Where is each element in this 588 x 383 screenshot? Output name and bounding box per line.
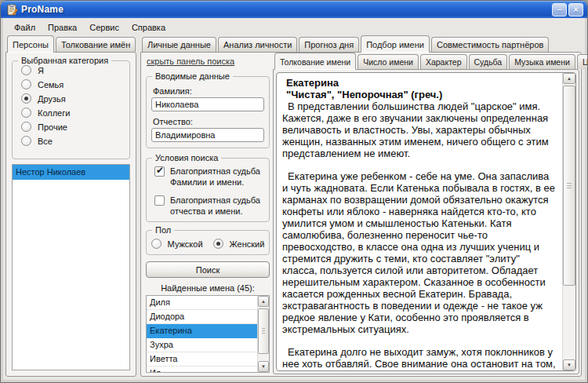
interpretation-paragraph: Екатерина уже ребенком - себе на уме. Он…	[282, 170, 556, 335]
gender-radio-label: Женский	[230, 239, 265, 249]
category-group-title: Выбранная категория	[18, 56, 111, 65]
main-tab[interactable]: Подбор имени	[361, 35, 430, 53]
result-name-item[interactable]: Диодора	[147, 310, 257, 324]
interpretation-page: Екатерина "Чистая", "Непорочная" (греч.)…	[273, 69, 579, 374]
category-radio-label: Коллеги	[38, 108, 70, 118]
result-name-item[interactable]: Екатерина	[147, 324, 257, 338]
gender-group: Пол Мужской Женский	[146, 230, 270, 255]
interpretation-section: Толкование имениЧисло имениХарактерСудьб…	[273, 54, 579, 374]
gender-radio[interactable]: Женский	[213, 239, 265, 249]
name-meaning: "Чистая", "Непорочная" (греч.)	[282, 89, 556, 100]
radio-icon	[21, 93, 31, 104]
main-tab[interactable]: Личные данные	[142, 37, 216, 52]
category-radio[interactable]: Семья	[21, 79, 129, 89]
condition-checkbox[interactable]: Благоприятная судьба отчества и имени.	[154, 195, 266, 217]
radio-icon	[213, 239, 223, 249]
category-radio[interactable]: Коллеги	[21, 108, 129, 118]
condition-label: Благоприятная судьба отчества и имени.	[170, 195, 266, 217]
interpretation-paragraph: Екатерина долго не выходит замуж, хотя п…	[282, 346, 556, 369]
left-tabs: ПерсоныТолкование имён	[5, 37, 136, 52]
category-radio[interactable]: Прочие	[21, 122, 129, 132]
search-button[interactable]: Поиск	[146, 261, 270, 278]
interpretation-tab[interactable]: Музыка имени	[509, 54, 575, 69]
scroll-thumb[interactable]	[258, 308, 269, 354]
input-data-group: Вводимые данные Фамилия: Отчество:	[146, 76, 270, 148]
left-tab[interactable]: Толкование имён	[56, 37, 136, 52]
scroll-up-icon[interactable]: ▲	[258, 296, 269, 307]
main-tab[interactable]: Совместимость партнёров	[431, 37, 549, 52]
interpretation-tab[interactable]: Судьба	[469, 54, 508, 69]
interpretation-tab[interactable]: Характер	[420, 54, 467, 69]
gender-radio[interactable]: Мужской	[151, 239, 203, 249]
radio-icon	[21, 79, 31, 89]
interpretation-tab[interactable]: Число имени	[358, 54, 419, 69]
menu-item[interactable]: Справка	[125, 21, 172, 34]
results-list: ДиляДиодораЕкатеринаЗухраИветтаИяКлеопат…	[146, 295, 270, 373]
result-name-item[interactable]: Ия	[147, 367, 257, 372]
conditions-group-title: Условия поиска	[152, 153, 221, 162]
scroll-down-icon[interactable]: ▼	[258, 361, 269, 372]
result-name-item[interactable]: Иветта	[147, 352, 257, 367]
category-radio[interactable]: Друзья	[21, 93, 129, 104]
app-icon[interactable]	[6, 4, 18, 16]
main-tabs: Личные данныеАнализ личностиПрогноз дняП…	[140, 37, 582, 52]
text-scrollbar[interactable]: ▲ ▼	[562, 73, 575, 370]
person-item[interactable]: Нестор Николаев	[13, 165, 129, 180]
name-search-panel: скрыть панель поиска Вводимые данные Фам…	[140, 52, 582, 377]
condition-label: Благоприятная судьба Фамилии и имени.	[170, 166, 266, 188]
left-tab[interactable]: Персоны	[7, 35, 54, 53]
category-radio-label: Прочие	[38, 122, 67, 132]
scroll-up-icon[interactable]: ▲	[563, 73, 575, 84]
category-radio[interactable]: Все	[21, 136, 129, 146]
interpretation-text: Екатерина "Чистая", "Непорочная" (греч.)…	[282, 77, 556, 369]
patronymic-input[interactable]	[151, 128, 264, 142]
category-radio[interactable]: Я	[21, 65, 129, 75]
category-group: Выбранная категория Я Семья	[12, 60, 130, 159]
gender-group-title: Пол	[152, 225, 174, 235]
scroll-down-icon[interactable]: ▼	[563, 359, 575, 370]
category-radio-label: Друзья	[38, 94, 66, 104]
surname-label: Фамилия:	[153, 86, 269, 96]
search-panel: скрыть панель поиска Вводимые данные Фам…	[144, 53, 271, 374]
main-tab[interactable]: Анализ личности	[218, 37, 297, 52]
radio-icon	[21, 136, 31, 146]
menu-item[interactable]: Правка	[42, 21, 83, 34]
checkbox-icon	[154, 166, 165, 177]
condition-checkbox[interactable]: Благоприятная судьба Фамилии и имени.	[154, 166, 266, 188]
minimize-button[interactable]: –	[552, 3, 567, 16]
category-radio-label: Семья	[38, 80, 64, 89]
interpretation-tabs: Толкование имениЧисло имениХарактерСудьб…	[273, 54, 579, 69]
interpretation-tab[interactable]: Толкование имени	[274, 53, 356, 70]
result-name-item[interactable]: Диля	[147, 296, 257, 310]
titlebar[interactable]: ProName – ×	[1, 1, 587, 18]
search-conditions-group: Условия поиска Благоприятная судьба Фами…	[146, 158, 270, 222]
radio-icon	[21, 65, 31, 75]
checkbox-icon	[154, 195, 165, 206]
scroll-thumb[interactable]	[563, 86, 575, 286]
persons-list: Нестор Николаев	[12, 164, 130, 370]
radio-icon	[151, 239, 162, 249]
gender-radio-label: Мужской	[168, 239, 203, 249]
window-title: ProName	[21, 4, 64, 15]
interpretation-paragraph: В представлении большинства людей "царск…	[282, 100, 556, 159]
persons-section: ПерсоныТолкование имён Выбранная категор…	[5, 37, 136, 377]
menu-item[interactable]: Файл	[8, 21, 42, 34]
results-scrollbar[interactable]: ▲ ▼	[257, 296, 269, 372]
interpretation-tab[interactable]: Цвет	[577, 54, 588, 69]
menu-bar: ФайлПравкаСервисСправка	[4, 20, 584, 35]
category-radio-label: Все	[38, 137, 53, 146]
results-count-label: Найденные имена (45):	[144, 283, 271, 293]
menu-item[interactable]: Сервис	[83, 21, 125, 34]
input-group-title: Вводимые данные	[152, 71, 233, 81]
radio-icon	[21, 122, 31, 132]
name-title: Екатерина	[282, 77, 556, 89]
hide-search-panel-link[interactable]: скрыть панель поиска	[147, 57, 234, 66]
interpretation-textbox: Екатерина "Чистая", "Непорочная" (греч.)…	[276, 72, 576, 371]
main-tab[interactable]: Прогноз дня	[299, 37, 359, 52]
result-name-item[interactable]: Зухра	[147, 338, 257, 352]
patronymic-label: Отчество:	[153, 117, 269, 126]
surname-input[interactable]	[151, 97, 264, 111]
close-button[interactable]: ×	[568, 3, 583, 16]
main-section: Личные данныеАнализ личностиПрогноз дняП…	[140, 37, 582, 377]
persons-panel: Выбранная категория Я Семья	[5, 52, 136, 377]
